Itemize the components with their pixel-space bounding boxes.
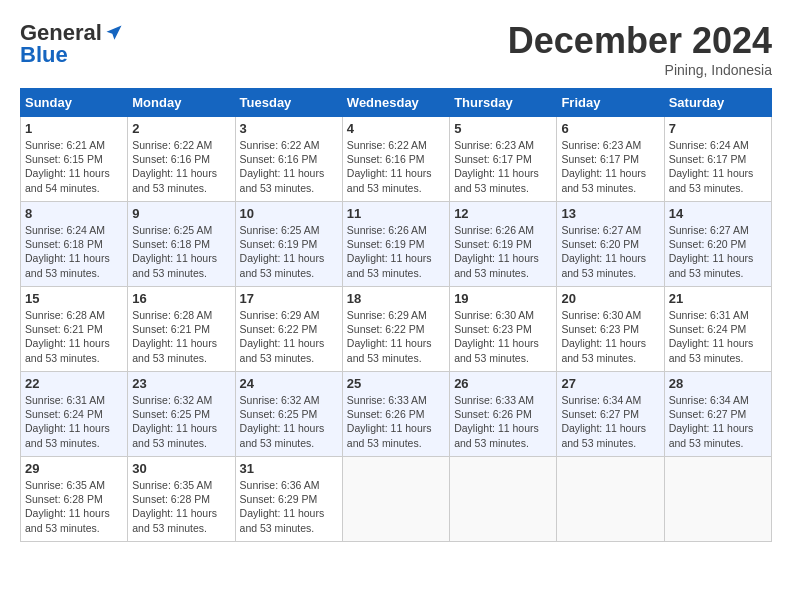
day-detail: Sunrise: 6:25 AMSunset: 6:18 PMDaylight:…	[132, 223, 230, 280]
day-number: 12	[454, 206, 552, 221]
day-number: 8	[25, 206, 123, 221]
day-detail: Sunrise: 6:34 AMSunset: 6:27 PMDaylight:…	[561, 393, 659, 450]
day-number: 1	[25, 121, 123, 136]
day-number: 15	[25, 291, 123, 306]
day-number: 6	[561, 121, 659, 136]
location: Pining, Indonesia	[508, 62, 772, 78]
day-number: 17	[240, 291, 338, 306]
month-title: December 2024	[508, 20, 772, 62]
weekday-header-sunday: Sunday	[21, 89, 128, 117]
day-number: 11	[347, 206, 445, 221]
day-number: 27	[561, 376, 659, 391]
calendar-table: SundayMondayTuesdayWednesdayThursdayFrid…	[20, 88, 772, 542]
calendar-header-row: SundayMondayTuesdayWednesdayThursdayFrid…	[21, 89, 772, 117]
calendar-cell	[450, 457, 557, 542]
calendar-cell: 6Sunrise: 6:23 AMSunset: 6:17 PMDaylight…	[557, 117, 664, 202]
title-block: December 2024 Pining, Indonesia	[508, 20, 772, 78]
day-detail: Sunrise: 6:30 AMSunset: 6:23 PMDaylight:…	[561, 308, 659, 365]
calendar-cell: 13Sunrise: 6:27 AMSunset: 6:20 PMDayligh…	[557, 202, 664, 287]
calendar-cell: 20Sunrise: 6:30 AMSunset: 6:23 PMDayligh…	[557, 287, 664, 372]
day-number: 20	[561, 291, 659, 306]
calendar-cell	[342, 457, 449, 542]
calendar-cell: 9Sunrise: 6:25 AMSunset: 6:18 PMDaylight…	[128, 202, 235, 287]
calendar-week-2: 8Sunrise: 6:24 AMSunset: 6:18 PMDaylight…	[21, 202, 772, 287]
day-number: 14	[669, 206, 767, 221]
calendar-cell: 3Sunrise: 6:22 AMSunset: 6:16 PMDaylight…	[235, 117, 342, 202]
day-detail: Sunrise: 6:30 AMSunset: 6:23 PMDaylight:…	[454, 308, 552, 365]
day-detail: Sunrise: 6:34 AMSunset: 6:27 PMDaylight:…	[669, 393, 767, 450]
day-detail: Sunrise: 6:36 AMSunset: 6:29 PMDaylight:…	[240, 478, 338, 535]
calendar-week-4: 22Sunrise: 6:31 AMSunset: 6:24 PMDayligh…	[21, 372, 772, 457]
day-number: 18	[347, 291, 445, 306]
calendar-cell: 8Sunrise: 6:24 AMSunset: 6:18 PMDaylight…	[21, 202, 128, 287]
calendar-week-3: 15Sunrise: 6:28 AMSunset: 6:21 PMDayligh…	[21, 287, 772, 372]
calendar-body: 1Sunrise: 6:21 AMSunset: 6:15 PMDaylight…	[21, 117, 772, 542]
day-detail: Sunrise: 6:27 AMSunset: 6:20 PMDaylight:…	[561, 223, 659, 280]
day-detail: Sunrise: 6:28 AMSunset: 6:21 PMDaylight:…	[132, 308, 230, 365]
day-number: 23	[132, 376, 230, 391]
calendar-week-5: 29Sunrise: 6:35 AMSunset: 6:28 PMDayligh…	[21, 457, 772, 542]
day-detail: Sunrise: 6:26 AMSunset: 6:19 PMDaylight:…	[347, 223, 445, 280]
weekday-header-saturday: Saturday	[664, 89, 771, 117]
day-number: 29	[25, 461, 123, 476]
weekday-header-thursday: Thursday	[450, 89, 557, 117]
calendar-cell: 16Sunrise: 6:28 AMSunset: 6:21 PMDayligh…	[128, 287, 235, 372]
day-number: 25	[347, 376, 445, 391]
day-detail: Sunrise: 6:23 AMSunset: 6:17 PMDaylight:…	[454, 138, 552, 195]
calendar-cell: 5Sunrise: 6:23 AMSunset: 6:17 PMDaylight…	[450, 117, 557, 202]
day-number: 3	[240, 121, 338, 136]
calendar-cell: 23Sunrise: 6:32 AMSunset: 6:25 PMDayligh…	[128, 372, 235, 457]
day-detail: Sunrise: 6:31 AMSunset: 6:24 PMDaylight:…	[25, 393, 123, 450]
calendar-cell: 31Sunrise: 6:36 AMSunset: 6:29 PMDayligh…	[235, 457, 342, 542]
day-detail: Sunrise: 6:29 AMSunset: 6:22 PMDaylight:…	[347, 308, 445, 365]
day-detail: Sunrise: 6:29 AMSunset: 6:22 PMDaylight:…	[240, 308, 338, 365]
day-number: 13	[561, 206, 659, 221]
day-detail: Sunrise: 6:28 AMSunset: 6:21 PMDaylight:…	[25, 308, 123, 365]
calendar-cell: 10Sunrise: 6:25 AMSunset: 6:19 PMDayligh…	[235, 202, 342, 287]
day-detail: Sunrise: 6:22 AMSunset: 6:16 PMDaylight:…	[347, 138, 445, 195]
day-detail: Sunrise: 6:35 AMSunset: 6:28 PMDaylight:…	[132, 478, 230, 535]
day-number: 10	[240, 206, 338, 221]
day-detail: Sunrise: 6:32 AMSunset: 6:25 PMDaylight:…	[132, 393, 230, 450]
calendar-cell: 30Sunrise: 6:35 AMSunset: 6:28 PMDayligh…	[128, 457, 235, 542]
calendar-cell: 19Sunrise: 6:30 AMSunset: 6:23 PMDayligh…	[450, 287, 557, 372]
calendar-cell: 1Sunrise: 6:21 AMSunset: 6:15 PMDaylight…	[21, 117, 128, 202]
weekday-header-wednesday: Wednesday	[342, 89, 449, 117]
day-number: 26	[454, 376, 552, 391]
day-number: 31	[240, 461, 338, 476]
day-number: 22	[25, 376, 123, 391]
day-detail: Sunrise: 6:35 AMSunset: 6:28 PMDaylight:…	[25, 478, 123, 535]
calendar-cell: 28Sunrise: 6:34 AMSunset: 6:27 PMDayligh…	[664, 372, 771, 457]
day-number: 30	[132, 461, 230, 476]
day-number: 28	[669, 376, 767, 391]
weekday-header-tuesday: Tuesday	[235, 89, 342, 117]
calendar-cell: 18Sunrise: 6:29 AMSunset: 6:22 PMDayligh…	[342, 287, 449, 372]
day-detail: Sunrise: 6:33 AMSunset: 6:26 PMDaylight:…	[347, 393, 445, 450]
calendar-cell: 21Sunrise: 6:31 AMSunset: 6:24 PMDayligh…	[664, 287, 771, 372]
calendar-cell: 15Sunrise: 6:28 AMSunset: 6:21 PMDayligh…	[21, 287, 128, 372]
day-number: 19	[454, 291, 552, 306]
day-detail: Sunrise: 6:21 AMSunset: 6:15 PMDaylight:…	[25, 138, 123, 195]
calendar-cell: 29Sunrise: 6:35 AMSunset: 6:28 PMDayligh…	[21, 457, 128, 542]
day-detail: Sunrise: 6:24 AMSunset: 6:17 PMDaylight:…	[669, 138, 767, 195]
day-detail: Sunrise: 6:26 AMSunset: 6:19 PMDaylight:…	[454, 223, 552, 280]
day-number: 2	[132, 121, 230, 136]
calendar-cell: 22Sunrise: 6:31 AMSunset: 6:24 PMDayligh…	[21, 372, 128, 457]
calendar-cell: 17Sunrise: 6:29 AMSunset: 6:22 PMDayligh…	[235, 287, 342, 372]
day-detail: Sunrise: 6:27 AMSunset: 6:20 PMDaylight:…	[669, 223, 767, 280]
calendar-cell: 27Sunrise: 6:34 AMSunset: 6:27 PMDayligh…	[557, 372, 664, 457]
day-detail: Sunrise: 6:22 AMSunset: 6:16 PMDaylight:…	[240, 138, 338, 195]
day-detail: Sunrise: 6:31 AMSunset: 6:24 PMDaylight:…	[669, 308, 767, 365]
calendar-cell: 24Sunrise: 6:32 AMSunset: 6:25 PMDayligh…	[235, 372, 342, 457]
weekday-header-friday: Friday	[557, 89, 664, 117]
calendar-cell: 25Sunrise: 6:33 AMSunset: 6:26 PMDayligh…	[342, 372, 449, 457]
logo-bird-icon	[104, 23, 124, 43]
calendar-cell	[557, 457, 664, 542]
day-number: 21	[669, 291, 767, 306]
calendar-cell: 14Sunrise: 6:27 AMSunset: 6:20 PMDayligh…	[664, 202, 771, 287]
day-detail: Sunrise: 6:23 AMSunset: 6:17 PMDaylight:…	[561, 138, 659, 195]
day-detail: Sunrise: 6:24 AMSunset: 6:18 PMDaylight:…	[25, 223, 123, 280]
calendar-cell: 7Sunrise: 6:24 AMSunset: 6:17 PMDaylight…	[664, 117, 771, 202]
day-number: 7	[669, 121, 767, 136]
day-detail: Sunrise: 6:22 AMSunset: 6:16 PMDaylight:…	[132, 138, 230, 195]
